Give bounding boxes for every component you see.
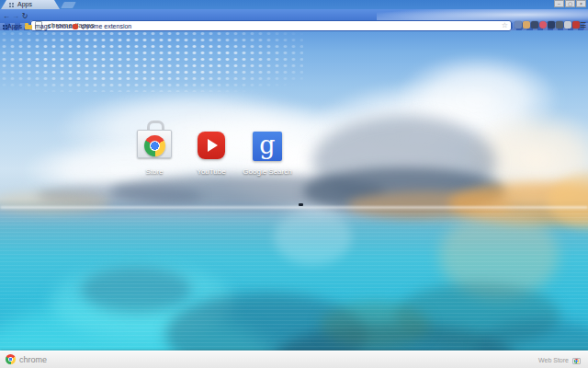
chrome-ball-icon [144, 135, 165, 156]
extension-icon-2[interactable] [523, 21, 530, 29]
extension-icon-6[interactable] [556, 21, 563, 29]
bookmark-apps[interactable]: Apps [3, 23, 22, 30]
tab-strip: Apps – ▢ × [0, 0, 588, 9]
menu-button[interactable]: ☰ [579, 18, 587, 32]
app-google-search[interactable]: g Google Search [231, 121, 304, 161]
maximize-button[interactable]: ▢ [565, 0, 575, 7]
extension-icons-row [514, 21, 580, 29]
bookmark-folder[interactable]: mags I should l [25, 23, 78, 30]
extension-icon-3[interactable] [531, 21, 538, 29]
chrome-ball-icon [574, 359, 579, 363]
tab-title: Apps [17, 0, 32, 9]
apps-grid-icon [9, 3, 11, 5]
youtube-icon [198, 132, 225, 159]
forward-button[interactable]: → [11, 9, 20, 23]
shelf: chrome Web Store [0, 351, 588, 368]
water-ripples [0, 210, 588, 368]
back-button[interactable]: ← [2, 9, 11, 23]
new-tab-button[interactable] [61, 2, 76, 8]
extension-icon-4[interactable] [539, 21, 547, 29]
chrome-logo-icon [6, 354, 16, 364]
web-store-mini-icon [572, 356, 581, 364]
extension-icon-7[interactable] [564, 21, 571, 29]
horizon-line [0, 206, 588, 209]
google-search-icon: g [253, 132, 282, 161]
toolbar: ← → ↻ chrome://apps ☆ ☰ [0, 9, 588, 23]
close-button[interactable]: × [576, 0, 586, 7]
folder-icon [25, 25, 32, 29]
wallpaper [0, 0, 588, 368]
bookmark-chrome-extension[interactable]: chrome extension [73, 23, 131, 30]
extension-icon-1[interactable] [514, 21, 522, 29]
bookmark-star-icon[interactable]: ☆ [502, 20, 508, 31]
app-label: Google Search [231, 167, 304, 176]
boat [299, 203, 303, 206]
minimize-button[interactable]: – [554, 0, 564, 7]
apps-grid-icon [3, 25, 5, 27]
web-store-icon [137, 121, 172, 159]
bookmark-label: Apps [7, 23, 22, 30]
browser-window: Apps – ▢ × ← → ↻ chrome://apps ☆ ☰ Apps … [0, 0, 588, 368]
chrome-label: chrome [19, 355, 47, 364]
speckled-clouds [0, 24, 303, 92]
reload-button[interactable]: ↻ [20, 9, 29, 23]
bookmark-label: chrome extension [81, 23, 131, 30]
window-controls: – ▢ × [554, 0, 586, 7]
web-store-shortcut[interactable]: Web Store [538, 356, 581, 364]
tab-apps[interactable]: Apps [1, 0, 60, 9]
extension-icon-5[interactable] [548, 21, 555, 29]
web-store-label: Web Store [538, 357, 569, 363]
extension-icon [73, 24, 78, 29]
chrome-launcher[interactable]: chrome [6, 354, 47, 364]
